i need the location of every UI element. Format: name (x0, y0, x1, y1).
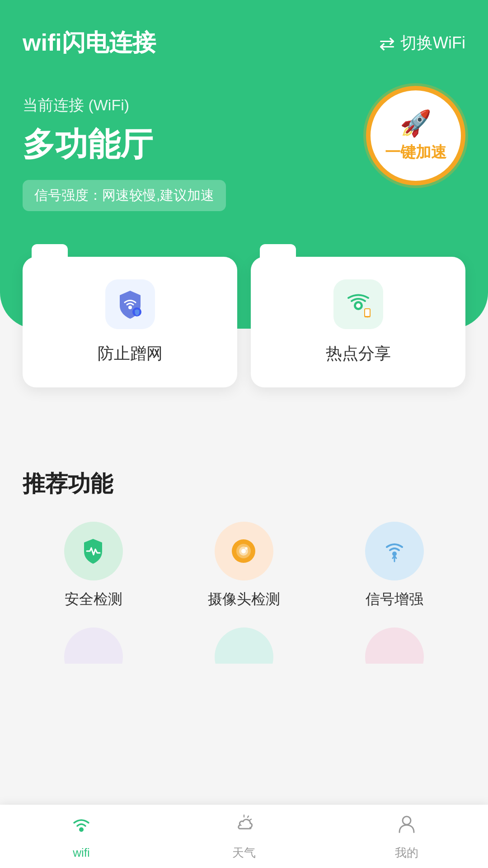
svg-point-11 (245, 547, 248, 550)
partial-features-row (23, 627, 465, 664)
nav-item-mine[interactable]: 我的 (325, 812, 488, 861)
signal-boost-label: 信号增强 (366, 590, 423, 609)
mine-nav-label: 我的 (395, 845, 418, 861)
svg-line-17 (250, 819, 251, 820)
wifi-nav-svg (70, 813, 93, 837)
hotspot-share-label: 热点分享 (326, 343, 391, 365)
bottom-nav: wifi 天气 我的 (0, 805, 488, 868)
switch-icon: ⇄ (379, 32, 395, 54)
switch-wifi-label: 切换WiFi (400, 32, 465, 54)
svg-point-6 (366, 316, 368, 318)
nav-item-wifi[interactable]: wifi (0, 813, 163, 860)
person-nav-svg (395, 812, 418, 836)
wifi-name: 多功能厅 (23, 123, 366, 166)
header-section: wifi闪电连接 ⇄ 切换WiFi 当前连接 (WiFi) 多功能厅 信号强度：… (0, 0, 488, 329)
partial-circle-1 (64, 627, 123, 664)
security-check-icon-circle (64, 522, 123, 580)
connection-label: 当前连接 (WiFi) (23, 95, 366, 116)
camera-check-label: 摄像头检测 (208, 590, 280, 609)
security-check-item[interactable]: 安全检测 (23, 522, 164, 609)
recommended-title: 推荐功能 (23, 469, 465, 499)
boost-button[interactable]: 🚀 一键加速 (366, 86, 465, 185)
partial-item-1 (23, 627, 164, 664)
main-content: 推荐功能 安全检测 (0, 469, 488, 664)
signal-badge: 信号强度：网速较慢,建议加速 (23, 180, 226, 211)
camera-check-item[interactable]: 摄像头检测 (173, 522, 314, 609)
signal-boost-icon-circle (365, 522, 424, 580)
partial-item-3 (324, 627, 465, 664)
shield-wifi-icon-wrapper (105, 279, 155, 329)
rocket-icon: 🚀 (400, 108, 432, 138)
partial-item-2 (173, 627, 314, 664)
shield-wifi-icon (114, 288, 146, 320)
svg-point-14 (79, 827, 84, 832)
nav-item-weather[interactable]: 天气 (163, 812, 325, 861)
signal-boost-item[interactable]: 信号增强 (324, 522, 465, 609)
weather-nav-label: 天气 (232, 845, 256, 861)
signal-boost-icon (380, 537, 409, 566)
feature-cards-section: 防止蹭网 热点分享 (23, 257, 465, 387)
svg-point-10 (241, 549, 246, 553)
connection-info: 当前连接 (WiFi) 多功能厅 信号强度：网速较慢,建议加速 (23, 95, 366, 211)
partial-circle-3 (365, 627, 424, 664)
switch-wifi-button[interactable]: ⇄ 切换WiFi (379, 32, 465, 54)
svg-point-3 (356, 303, 361, 308)
camera-check-icon-circle (215, 522, 273, 580)
cloud-nav-icon (232, 812, 256, 841)
boost-label: 一键加速 (385, 142, 446, 163)
top-bar: wifi闪电连接 ⇄ 切换WiFi (23, 27, 465, 59)
card-tab-2 (260, 244, 296, 260)
partial-circle-2 (215, 627, 273, 664)
hotspot-icon (343, 288, 374, 320)
anti-freeload-label: 防止蹭网 (98, 343, 163, 365)
svg-line-16 (248, 816, 249, 817)
anti-freeload-card[interactable]: 防止蹭网 (23, 257, 237, 387)
security-check-label: 安全检测 (65, 590, 122, 609)
wifi-nav-label: wifi (73, 846, 90, 860)
svg-rect-5 (365, 309, 370, 316)
features-grid: 安全检测 摄像头检测 (23, 522, 465, 609)
camera-check-icon (229, 537, 258, 566)
svg-point-0 (128, 306, 132, 309)
hotspot-icon-wrapper (333, 279, 383, 329)
svg-point-18 (403, 816, 411, 825)
security-check-icon (79, 537, 108, 566)
person-nav-icon (395, 812, 418, 841)
app-title: wifi闪电连接 (23, 27, 156, 59)
card-tab (32, 244, 68, 260)
cloud-nav-svg (232, 812, 256, 836)
wifi-nav-icon (70, 813, 93, 842)
hotspot-share-card[interactable]: 热点分享 (251, 257, 465, 387)
connection-section: 当前连接 (WiFi) 多功能厅 信号强度：网速较慢,建议加速 🚀 一键加速 (23, 95, 465, 211)
